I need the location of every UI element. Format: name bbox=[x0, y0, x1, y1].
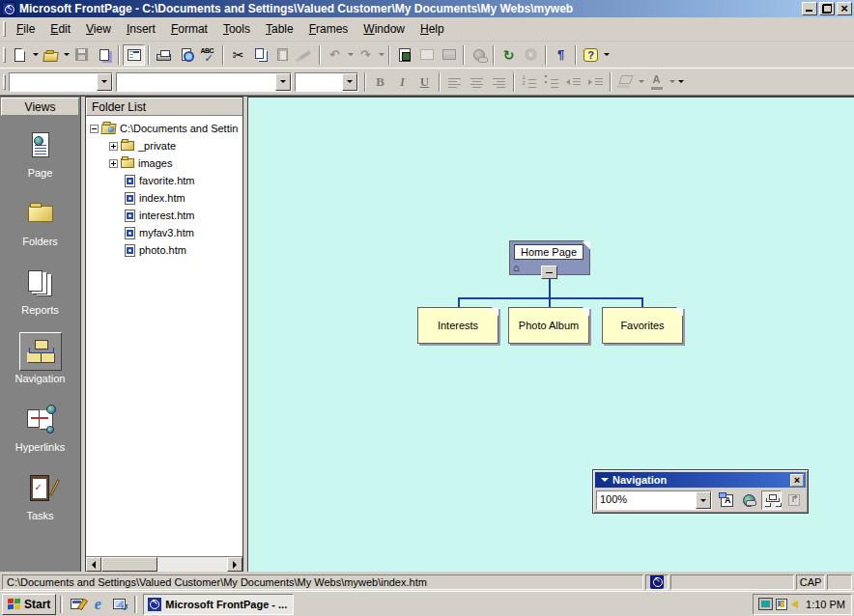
style-combo-dropdown[interactable] bbox=[97, 73, 112, 91]
new-page-button[interactable] bbox=[9, 44, 31, 66]
menu-table[interactable]: Table bbox=[258, 19, 301, 39]
navigation-toolbar-titlebar[interactable]: Navigation bbox=[595, 472, 806, 488]
highlight-color-button[interactable] bbox=[614, 71, 637, 93]
preview-in-browser-button[interactable] bbox=[175, 44, 197, 66]
zoom-dropdown[interactable] bbox=[696, 491, 711, 509]
zoom-combo[interactable]: 100% bbox=[596, 490, 712, 510]
quicklaunch-internet-explorer-button[interactable] bbox=[88, 595, 107, 614]
more-buttons-dropdown[interactable] bbox=[676, 71, 685, 93]
size-combo[interactable] bbox=[295, 72, 358, 92]
tree-item-photo[interactable]: photo.htm bbox=[86, 241, 242, 259]
bold-button[interactable] bbox=[369, 71, 391, 93]
redo-dropdown[interactable] bbox=[377, 44, 385, 66]
tree-item-interest[interactable]: interest.htm bbox=[86, 207, 242, 224]
navigation-toolbar-close-button[interactable] bbox=[790, 474, 804, 487]
insert-picture-button[interactable] bbox=[438, 44, 460, 66]
copy-button[interactable] bbox=[249, 44, 271, 66]
font-color-button[interactable] bbox=[645, 71, 668, 93]
expand-icon[interactable] bbox=[109, 142, 118, 151]
increase-indent-button[interactable] bbox=[584, 71, 607, 93]
folder-list-toggle-button[interactable] bbox=[123, 44, 145, 66]
tree-item-myfav3[interactable]: myfav3.htm bbox=[86, 224, 242, 241]
tree-item-web-root[interactable]: C:\Documents and Settin bbox=[86, 120, 242, 137]
menu-format[interactable]: Format bbox=[163, 19, 215, 39]
scroll-track[interactable] bbox=[157, 557, 227, 572]
expand-icon[interactable] bbox=[109, 159, 118, 168]
spelling-button[interactable] bbox=[197, 44, 219, 66]
refresh-button[interactable] bbox=[498, 44, 520, 66]
paste-button[interactable] bbox=[271, 44, 294, 66]
menu-tools[interactable]: Tools bbox=[215, 19, 258, 39]
format-painter-button[interactable] bbox=[294, 44, 316, 66]
collapse-icon[interactable] bbox=[90, 125, 99, 133]
align-right-button[interactable] bbox=[488, 71, 510, 93]
bulleted-list-button[interactable] bbox=[540, 71, 562, 93]
frontpage-task-button[interactable]: Microsoft FrontPage - ... bbox=[143, 594, 294, 615]
underline-button[interactable] bbox=[413, 71, 436, 93]
folder-list-hscrollbar[interactable] bbox=[86, 556, 242, 572]
stop-button[interactable] bbox=[520, 44, 542, 66]
quicklaunch-outlook-express-button[interactable] bbox=[109, 595, 128, 614]
tree-item-index[interactable]: index.htm bbox=[86, 189, 242, 207]
views-item-navigation[interactable]: Navigation bbox=[0, 332, 80, 384]
scroll-thumb[interactable] bbox=[101, 557, 157, 572]
portrait-landscape-button[interactable] bbox=[761, 490, 782, 510]
menu-insert[interactable]: Insert bbox=[119, 19, 163, 39]
volume-tray-icon[interactable] bbox=[791, 601, 798, 608]
navigation-canvas[interactable]: Home Page ⌂ Interests Photo Album Favori… bbox=[247, 97, 854, 572]
font-combo[interactable] bbox=[116, 72, 292, 92]
views-item-tasks[interactable]: Tasks bbox=[0, 469, 80, 521]
help-button[interactable] bbox=[580, 44, 602, 66]
close-button[interactable] bbox=[837, 2, 852, 15]
numbered-list-button[interactable] bbox=[518, 71, 540, 93]
views-item-folders[interactable]: Folders bbox=[0, 195, 80, 247]
font-color-dropdown[interactable] bbox=[668, 71, 676, 93]
show-all-button[interactable] bbox=[550, 44, 572, 66]
align-left-button[interactable] bbox=[443, 71, 466, 93]
display-settings-tray-icon[interactable] bbox=[759, 599, 772, 609]
open-button[interactable] bbox=[40, 44, 62, 66]
views-item-page[interactable]: Page bbox=[0, 126, 80, 179]
decrease-indent-button[interactable] bbox=[562, 71, 584, 93]
center-button[interactable] bbox=[466, 71, 488, 93]
menu-grip[interactable] bbox=[3, 21, 6, 37]
menu-file[interactable]: File bbox=[9, 19, 43, 39]
cut-button[interactable] bbox=[227, 44, 249, 66]
save-button[interactable] bbox=[71, 44, 93, 66]
toolbar-grip[interactable] bbox=[3, 47, 6, 63]
quicklaunch-show-desktop-button[interactable] bbox=[67, 595, 86, 614]
view-subtree-button[interactable] bbox=[783, 490, 804, 510]
restore-button[interactable] bbox=[819, 2, 835, 15]
menu-edit[interactable]: Edit bbox=[43, 19, 78, 39]
navigation-floating-toolbar[interactable]: Navigation 100% bbox=[592, 469, 809, 514]
menu-help[interactable]: Help bbox=[413, 19, 452, 39]
scroll-right-button[interactable] bbox=[227, 557, 242, 572]
toolbar-menu-arrow-icon[interactable] bbox=[601, 478, 609, 482]
tree-item-favorite[interactable]: favorite.htm bbox=[86, 172, 242, 189]
frontpage-app-icon[interactable] bbox=[2, 2, 15, 15]
nav-node-interests[interactable]: Interests bbox=[417, 307, 498, 344]
publish-web-button[interactable] bbox=[93, 44, 115, 66]
undo-button[interactable] bbox=[324, 44, 346, 66]
help-dropdown[interactable] bbox=[602, 44, 611, 66]
views-item-reports[interactable]: Reports bbox=[0, 264, 80, 316]
tree-item-private[interactable]: _private bbox=[86, 137, 242, 154]
italic-button[interactable] bbox=[391, 71, 413, 93]
external-link-button[interactable] bbox=[739, 490, 759, 510]
open-dropdown[interactable] bbox=[62, 44, 71, 66]
nav-node-favorites[interactable]: Favorites bbox=[602, 307, 683, 344]
collapse-subtree-button[interactable] bbox=[541, 266, 557, 279]
print-button[interactable] bbox=[153, 44, 175, 66]
menu-view[interactable]: View bbox=[78, 19, 119, 39]
size-combo-dropdown[interactable] bbox=[342, 73, 357, 91]
start-button[interactable]: Start bbox=[2, 594, 56, 615]
menu-window[interactable]: Window bbox=[356, 19, 413, 39]
new-page-dropdown[interactable] bbox=[31, 44, 40, 66]
font-combo-dropdown[interactable] bbox=[275, 73, 291, 91]
redo-button[interactable] bbox=[355, 44, 377, 66]
undo-dropdown[interactable] bbox=[346, 44, 355, 66]
nav-node-photo-album[interactable]: Photo Album bbox=[508, 307, 589, 344]
style-combo[interactable] bbox=[9, 72, 113, 92]
formatting-grip[interactable] bbox=[3, 74, 6, 90]
insert-table-button[interactable] bbox=[415, 44, 438, 66]
